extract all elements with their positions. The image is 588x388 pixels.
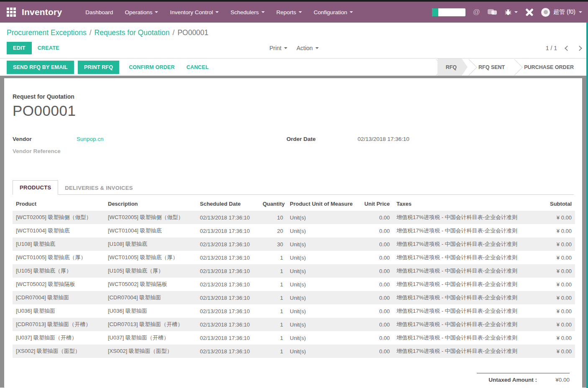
pager-counter: 1 / 1	[546, 45, 557, 51]
cell-taxes: 增值税17%进项税 - 中国会计科目表-企业会计准则	[393, 224, 531, 237]
cell-description: [CDR07004] 吸塑抽面	[105, 291, 197, 304]
order-line-row[interactable]: [WCT02005] 吸塑抽侧（做型） [WCT02005] 吸塑抽侧（做型） …	[13, 211, 575, 224]
topbar-menu-inventory-control[interactable]: Inventory Control	[165, 6, 224, 19]
print-rfq-button[interactable]: PRINT RFQ	[78, 61, 119, 74]
form-sheet: Request for Quotation PO00001 Vendor Sun…	[4, 78, 582, 388]
user-menu[interactable]: 超管 (f0)	[541, 8, 582, 17]
col-scheduled-date: Scheduled Date	[197, 197, 259, 211]
order-line-row[interactable]: [WCT01005] 吸塑抽底（厚） [WCT01005] 吸塑抽底（厚） 02…	[13, 251, 575, 264]
confirm-order-button[interactable]: CONFIRM ORDER	[123, 64, 181, 70]
avatar	[541, 8, 550, 17]
cell-product: [U108] 吸塑抽底	[13, 237, 105, 251]
status-purchase-order[interactable]: PURCHASE ORDER	[516, 59, 582, 76]
chat-bubbles-icon[interactable]	[488, 9, 497, 15]
notebook-tabs: PRODUCTSDELIVERIES & INVOICES	[13, 180, 574, 195]
cell-quantity: 10	[259, 211, 286, 224]
topbar-menu-operations[interactable]: Operations	[120, 6, 163, 19]
cell-unit-price: 0.00	[360, 331, 393, 345]
order-line-row[interactable]: [U108] 吸塑抽底 [U108] 吸塑抽底 02/13/2018 17:36…	[13, 237, 575, 251]
send-rfq-by-email-button[interactable]: SEND RFQ BY EMAIL	[7, 61, 74, 74]
taxes-value: ¥0.00	[537, 387, 570, 388]
print-dropdown[interactable]: Print	[269, 45, 287, 51]
cell-product: [WCT05002] 吸塑抽隔板	[13, 278, 105, 291]
cell-subtotal: ¥ 0.00	[531, 291, 575, 304]
debug-bug-menu[interactable]	[504, 8, 518, 16]
breadcrumb-procurement-exceptions[interactable]: Procurement Exceptions	[7, 28, 87, 37]
order-line-row[interactable]: [U105] 吸塑抽底（厚） [U105] 吸塑抽底（厚） 02/13/2018…	[13, 264, 575, 278]
pager-next-icon[interactable]	[577, 46, 582, 51]
cell-uom: Unit(s)	[286, 211, 360, 224]
order-line-row[interactable]: [XS002] 吸塑抽面（面型） [XS002] 吸塑抽面（面型） 02/13/…	[13, 345, 575, 358]
cell-uom: Unit(s)	[286, 291, 360, 304]
cell-uom: Unit(s)	[286, 264, 360, 278]
col-unit-price: Unit Price	[360, 197, 393, 211]
cell-subtotal: ¥ 0.00	[531, 331, 575, 345]
cell-quantity: 1	[259, 304, 286, 318]
order-line-row[interactable]: [U037] 吸塑抽面（开槽） [U037] 吸塑抽面（开槽） 02/13/20…	[13, 331, 575, 345]
topbar-menu-reports[interactable]: Reports	[271, 6, 307, 19]
breadcrumb-current: PO00001	[177, 28, 208, 37]
cell-subtotal: ¥ 0.00	[531, 345, 575, 358]
pager-previous-icon[interactable]	[565, 46, 570, 51]
cell-quantity: 1	[259, 318, 286, 331]
status-rfq-sent[interactable]: RFQ SENT	[470, 59, 513, 76]
col-product: Product	[13, 197, 105, 211]
tools-wrench-icon[interactable]	[525, 8, 534, 16]
document-name: PO00001	[13, 102, 574, 119]
tab-products[interactable]: PRODUCTS	[13, 180, 58, 195]
statusbar-buttons: SEND RFQ BY EMAILPRINT RFQCONFIRM ORDERC…	[7, 61, 215, 74]
cell-quantity: 1	[259, 264, 286, 278]
cell-description: [WCT05002] 吸塑抽隔板	[105, 278, 197, 291]
order-line-row[interactable]: [WCT05002] 吸塑抽隔板 [WCT05002] 吸塑抽隔板 02/13/…	[13, 278, 575, 291]
status-rfq[interactable]: RFQ	[437, 59, 468, 76]
chevron-down-icon	[350, 11, 353, 13]
chevron-down-icon	[299, 11, 302, 13]
cell-product: [U037] 吸塑抽面（开槽）	[13, 331, 105, 345]
order-line-row[interactable]: [CDR07004] 吸塑抽面 [CDR07004] 吸塑抽面 02/13/20…	[13, 291, 575, 304]
content-background: Request for Quotation PO00001 Vendor Sun…	[0, 76, 588, 388]
order-line-row[interactable]: [WCT01004] 吸塑抽底 [WCT01004] 吸塑抽底 02/13/20…	[13, 224, 575, 237]
action-dropdown[interactable]: Action	[297, 45, 319, 51]
edit-button[interactable]: EDIT	[7, 42, 32, 54]
breadcrumb-requests-for-quotation[interactable]: Requests for Quotation	[95, 28, 170, 37]
apps-grid-icon[interactable]	[7, 8, 16, 17]
cancel-button[interactable]: CANCEL	[181, 64, 215, 70]
chevron-down-icon	[315, 47, 319, 49]
mentions-at-icon[interactable]: @	[473, 8, 480, 16]
cell-scheduled-date: 02/13/2018 17:36:10	[197, 331, 259, 345]
vendor-reference-label: Vendor Reference	[13, 148, 77, 154]
cell-subtotal: ¥ 0.00	[531, 304, 575, 318]
topbar-menu-schedulers[interactable]: Schedulers	[225, 6, 270, 19]
vendor-label: Vendor	[13, 136, 77, 142]
create-button[interactable]: CREATE	[32, 42, 65, 54]
order-line-row[interactable]: [U036] 吸塑抽面 [U036] 吸塑抽面 02/13/2018 17:36…	[13, 304, 575, 318]
cell-description: [U037] 吸塑抽面（开槽）	[105, 331, 197, 345]
order-date-value: 02/13/2018 17:36:10	[358, 136, 409, 142]
status-pipeline: RFQRFQ SENTPURCHASE ORDER	[435, 59, 588, 76]
untaxed-amount-value: ¥0.00	[537, 377, 570, 383]
doc-type-label: Request for Quotation	[13, 93, 574, 100]
vendor-link[interactable]: Sunpop.cn	[77, 136, 104, 142]
order-line-row[interactable]: [CDR07013] 吸塑抽面（开槽） [CDR07013] 吸塑抽面（开槽） …	[13, 318, 575, 331]
cell-taxes: 增值税17%进项税 - 中国会计科目表-企业会计准则	[393, 291, 531, 304]
cell-scheduled-date: 02/13/2018 17:36:10	[197, 318, 259, 331]
cell-description: [U036] 吸塑抽面	[105, 304, 197, 318]
col-taxes: Taxes	[393, 197, 531, 211]
taxes-label: Taxes :	[518, 387, 537, 388]
untaxed-amount-label: Untaxed Amount :	[488, 377, 537, 383]
topbar-menu-dashboard[interactable]: Dashboard	[80, 6, 118, 19]
cell-product: [U105] 吸塑抽底（厚）	[13, 264, 105, 278]
cell-scheduled-date: 02/13/2018 17:36:10	[197, 224, 259, 237]
chevron-down-icon	[514, 11, 518, 13]
cell-quantity: 1	[259, 291, 286, 304]
topbar-menu-configuration[interactable]: Configuration	[309, 6, 358, 19]
cell-taxes: 增值税17%进项税 - 中国会计科目表-企业会计准则	[393, 345, 531, 358]
col-uom: Product Unit of Measure	[286, 197, 360, 211]
chevron-down-icon	[155, 11, 158, 13]
cell-subtotal: ¥ 0.00	[531, 224, 575, 237]
tab-deliveries-invoices[interactable]: DELIVERIES & INVOICES	[58, 181, 139, 195]
cell-taxes: 增值税17%进项税 - 中国会计科目表-企业会计准则	[393, 251, 531, 264]
cell-unit-price: 0.00	[360, 224, 393, 237]
totals-block: Untaxed Amount : ¥0.00 Taxes : ¥0.00 Tot…	[477, 373, 570, 388]
cell-product: [WCT01004] 吸塑抽底	[13, 224, 105, 237]
